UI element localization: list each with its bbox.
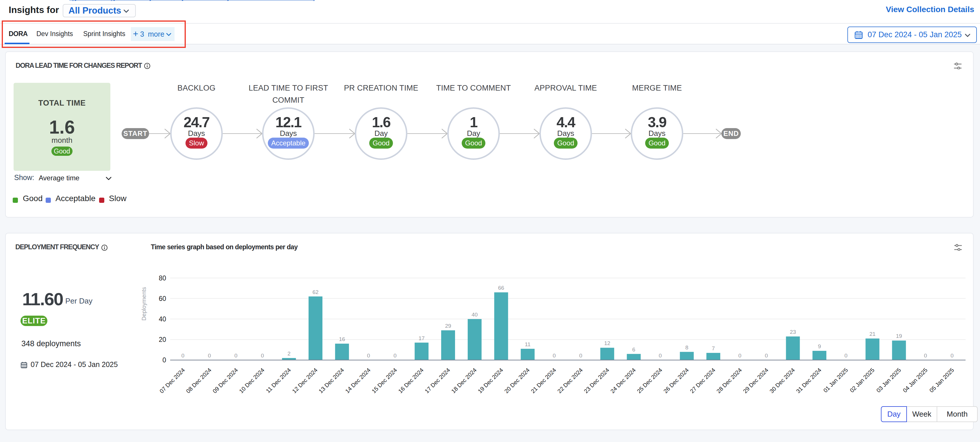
svg-text:24 Dec 2024: 24 Dec 2024: [609, 367, 637, 394]
svg-text:20: 20: [159, 336, 166, 343]
svg-text:16: 16: [339, 336, 345, 342]
svg-text:02 Jan 2025: 02 Jan 2025: [848, 367, 875, 393]
svg-text:80: 80: [159, 274, 166, 282]
svg-text:0: 0: [393, 353, 397, 359]
svg-text:31 Dec 2024: 31 Dec 2024: [795, 367, 822, 394]
svg-text:09 Dec 2024: 09 Dec 2024: [212, 367, 239, 394]
svg-text:0: 0: [181, 353, 185, 359]
svg-text:12 Dec 2024: 12 Dec 2024: [291, 367, 319, 394]
svg-text:04 Jan 2025: 04 Jan 2025: [902, 367, 929, 393]
svg-text:0: 0: [924, 353, 927, 359]
svg-text:27 Dec 2024: 27 Dec 2024: [689, 367, 716, 394]
svg-text:2: 2: [288, 350, 291, 356]
svg-text:18 Dec 2024: 18 Dec 2024: [450, 367, 478, 394]
svg-text:16 Dec 2024: 16 Dec 2024: [397, 367, 425, 394]
svg-text:05 Jan 2025: 05 Jan 2025: [928, 367, 955, 393]
svg-text:03 Jan 2025: 03 Jan 2025: [875, 367, 902, 393]
svg-text:60: 60: [159, 295, 166, 303]
svg-text:0: 0: [261, 353, 264, 359]
svg-text:17 Dec 2024: 17 Dec 2024: [423, 367, 451, 394]
svg-text:01 Jan 2025: 01 Jan 2025: [822, 367, 849, 393]
svg-text:20 Dec 2024: 20 Dec 2024: [503, 367, 531, 394]
svg-text:0: 0: [208, 353, 211, 359]
svg-text:17: 17: [418, 335, 425, 341]
svg-text:40: 40: [159, 315, 166, 323]
svg-text:30 Dec 2024: 30 Dec 2024: [768, 367, 796, 394]
svg-text:0: 0: [845, 353, 848, 359]
svg-text:0: 0: [367, 353, 370, 359]
svg-text:15 Dec 2024: 15 Dec 2024: [371, 367, 398, 394]
svg-text:23: 23: [790, 329, 796, 335]
svg-text:14 Dec 2024: 14 Dec 2024: [344, 367, 372, 394]
svg-text:0: 0: [738, 353, 741, 359]
svg-text:25 Dec 2024: 25 Dec 2024: [636, 367, 663, 394]
svg-text:0: 0: [553, 353, 556, 359]
svg-text:0: 0: [765, 353, 768, 359]
svg-text:22 Dec 2024: 22 Dec 2024: [556, 367, 584, 394]
svg-text:21: 21: [869, 331, 875, 337]
svg-text:21 Dec 2024: 21 Dec 2024: [530, 367, 557, 394]
svg-text:11: 11: [525, 341, 531, 347]
svg-text:6: 6: [632, 347, 635, 353]
svg-text:28 Dec 2024: 28 Dec 2024: [715, 367, 743, 394]
svg-text:40: 40: [471, 312, 477, 318]
svg-text:0: 0: [579, 353, 582, 359]
svg-text:0: 0: [234, 353, 237, 359]
svg-text:0: 0: [951, 353, 954, 359]
svg-text:0: 0: [162, 356, 166, 364]
svg-text:19 Dec 2024: 19 Dec 2024: [477, 367, 504, 394]
svg-text:12: 12: [604, 340, 610, 346]
svg-text:08 Dec 2024: 08 Dec 2024: [185, 367, 213, 394]
svg-text:13 Dec 2024: 13 Dec 2024: [318, 367, 345, 394]
svg-text:8: 8: [685, 344, 689, 350]
svg-text:29: 29: [445, 323, 451, 329]
svg-text:0: 0: [659, 353, 662, 359]
svg-text:23 Dec 2024: 23 Dec 2024: [583, 367, 611, 394]
svg-text:62: 62: [312, 289, 318, 295]
svg-text:Deployments: Deployments: [141, 287, 147, 321]
svg-text:9: 9: [818, 343, 821, 349]
svg-text:29 Dec 2024: 29 Dec 2024: [742, 367, 770, 394]
svg-text:07 Dec 2024: 07 Dec 2024: [158, 367, 186, 394]
svg-text:11 Dec 2024: 11 Dec 2024: [265, 367, 292, 394]
svg-text:66: 66: [498, 285, 504, 291]
svg-text:10 Dec 2024: 10 Dec 2024: [238, 367, 266, 394]
svg-text:19: 19: [896, 333, 902, 339]
svg-text:7: 7: [712, 345, 715, 352]
svg-text:26 Dec 2024: 26 Dec 2024: [662, 367, 690, 394]
